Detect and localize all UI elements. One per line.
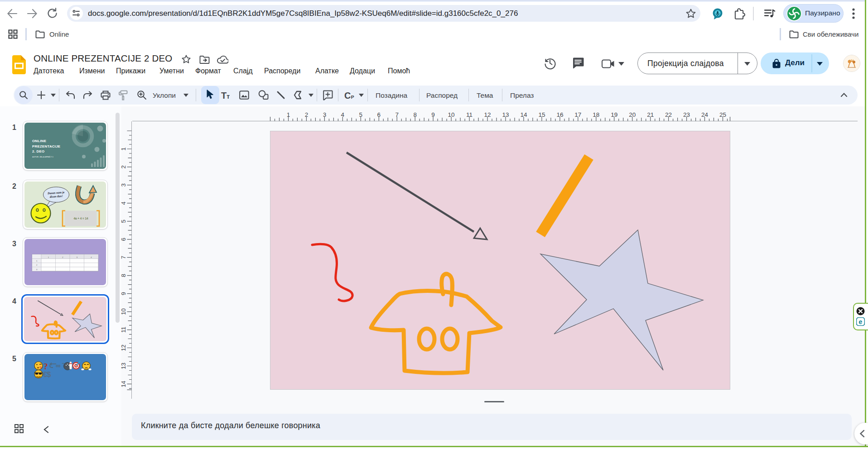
svg-text:11: 11	[121, 327, 127, 333]
svg-text:6: 6	[121, 238, 127, 241]
svg-text:€$: €$	[43, 370, 51, 379]
svg-text:21: 21	[647, 111, 654, 118]
svg-text:12: 12	[121, 344, 127, 351]
svg-text:ONLINE: ONLINE	[32, 139, 46, 143]
svg-text:∞: ∞	[56, 362, 61, 369]
svg-text:1: 1	[121, 147, 127, 150]
svg-text:e: e	[859, 318, 863, 325]
svg-text:9: 9	[431, 111, 435, 118]
svg-text:13: 13	[502, 111, 509, 118]
svg-text:7: 7	[121, 256, 127, 259]
svg-text:16: 16	[556, 111, 563, 118]
svg-text:22: 22	[665, 111, 672, 118]
svg-text:17: 17	[574, 111, 581, 118]
svg-text:25: 25	[719, 111, 726, 118]
svg-text:1: 1	[287, 111, 290, 118]
svg-text:2. DEO: 2. DEO	[32, 149, 44, 153]
svg-text:PREZENTACIJE: PREZENTACIJE	[32, 144, 60, 148]
svg-text:14: 14	[520, 111, 527, 118]
svg-text:AUTOR: ZELA ARPAŠ 7.1: AUTOR: ZELA ARPAŠ 7.1	[32, 156, 54, 158]
svg-text:7: 7	[395, 111, 399, 118]
svg-text:?: ?	[43, 362, 48, 371]
svg-text:4: 4	[341, 111, 345, 118]
svg-text:23: 23	[683, 111, 690, 118]
svg-text:3: 3	[121, 183, 127, 186]
svg-text:3: 3	[323, 111, 327, 118]
svg-text:6: 6	[377, 111, 381, 118]
svg-text:2: 2	[305, 111, 309, 118]
svg-text:24: 24	[701, 111, 709, 118]
svg-text:10: 10	[121, 308, 127, 315]
svg-text:19: 19	[611, 111, 617, 118]
svg-text:13: 13	[121, 363, 127, 369]
svg-text:8: 8	[413, 111, 417, 118]
svg-text:9: 9	[121, 292, 127, 295]
svg-text:10: 10	[448, 111, 455, 118]
svg-text:20: 20	[629, 111, 636, 118]
svg-text:4a + 4 = 14: 4a + 4 = 14	[74, 217, 88, 220]
svg-text:18: 18	[593, 111, 599, 118]
svg-text:2: 2	[121, 165, 127, 168]
svg-text:5: 5	[121, 220, 127, 223]
svg-text:5: 5	[359, 111, 363, 118]
svg-text:11: 11	[466, 111, 473, 118]
svg-text:12: 12	[484, 111, 491, 118]
svg-text:14: 14	[121, 381, 127, 387]
svg-text:15: 15	[538, 111, 545, 118]
svg-text:8: 8	[121, 274, 127, 277]
svg-text:4: 4	[121, 201, 127, 205]
